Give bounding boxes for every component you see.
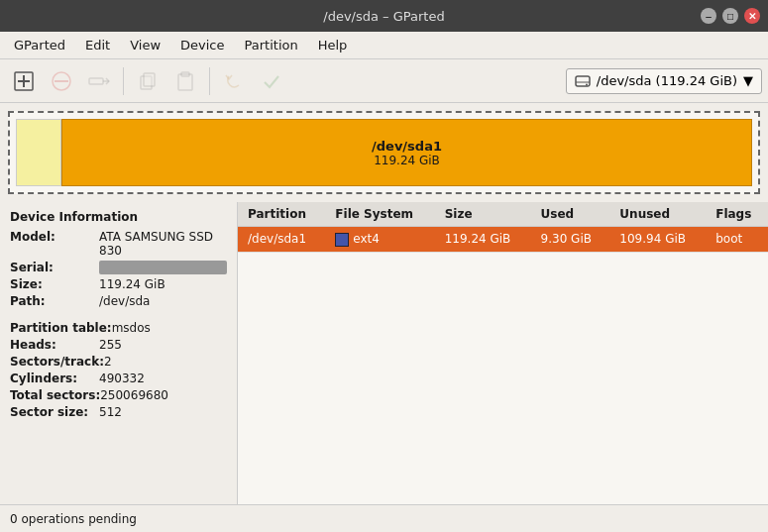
info-row: Serial:██████████████	[10, 261, 227, 274]
device-info-heading: Device Information	[10, 210, 227, 224]
unallocated-left	[16, 119, 61, 186]
device-info-rows: Model:ATA SAMSUNG SSD 830Serial:████████…	[10, 230, 227, 308]
resize-button[interactable]	[81, 63, 117, 99]
col-header-flags: Flags	[706, 202, 768, 227]
menu-item-device[interactable]: Device	[170, 34, 234, 56]
main-area: /dev/sda1 119.24 GiB Device Information …	[0, 103, 768, 504]
partition-visual-name: /dev/sda1	[372, 139, 442, 154]
disk-visual: /dev/sda1 119.24 GiB	[8, 111, 760, 194]
device-info-panel: Device Information Model:ATA SAMSUNG SSD…	[0, 202, 238, 504]
titlebar-controls: – □ ✕	[701, 8, 760, 24]
info-label: Total sectors:	[10, 388, 100, 402]
disk-visual-wrapper: /dev/sda1 119.24 GiB	[16, 119, 752, 186]
info-label: Model:	[10, 230, 99, 258]
info-row: Heads:255	[10, 338, 227, 352]
titlebar-title: /dev/sda – GParted	[67, 9, 701, 24]
col-header-used: Used	[531, 202, 610, 227]
table-row[interactable]: /dev/sda1ext4119.24 GiB9.30 GiB109.94 Gi…	[238, 227, 768, 253]
info-row: Cylinders:490332	[10, 372, 227, 385]
menu-item-help[interactable]: Help	[308, 34, 358, 56]
info-value: /dev/sda	[99, 294, 150, 308]
filesystem-icon	[335, 233, 349, 247]
used-cell: 9.30 GiB	[531, 227, 610, 253]
info-value: 2	[104, 355, 112, 369]
info-label: Serial:	[10, 261, 99, 274]
paste-icon	[174, 70, 196, 92]
apply-icon	[261, 70, 282, 92]
device-selector[interactable]: /dev/sda (119.24 GiB) ▼	[566, 68, 762, 94]
partition-table-area: PartitionFile SystemSizeUsedUnusedFlags …	[238, 202, 768, 504]
titlebar: /dev/sda – GParted – □ ✕	[0, 0, 768, 32]
info-label: Path:	[10, 294, 99, 308]
info-label: Heads:	[10, 338, 99, 352]
statusbar: 0 operations pending	[0, 504, 768, 532]
info-value: 119.24 GiB	[99, 277, 165, 291]
apply-button[interactable]	[254, 63, 289, 99]
content-area: Device Information Model:ATA SAMSUNG SSD…	[0, 202, 768, 504]
svg-point-13	[586, 83, 588, 85]
info-label: Size:	[10, 277, 99, 291]
info-value: 490332	[99, 372, 145, 385]
copy-button[interactable]	[130, 63, 165, 99]
info-row: Partition table:msdos	[10, 321, 227, 335]
menu-item-edit[interactable]: Edit	[75, 34, 120, 56]
partition-table-body: /dev/sda1ext4119.24 GiB9.30 GiB109.94 Gi…	[238, 227, 768, 253]
info-label: Partition table:	[10, 321, 112, 335]
flags-cell: boot	[706, 227, 768, 253]
col-header-size: Size	[435, 202, 531, 227]
info-value: 512	[99, 405, 122, 419]
toolbar: /dev/sda (119.24 GiB) ▼	[0, 59, 768, 103]
copy-icon	[137, 70, 159, 92]
info-spacer	[10, 311, 227, 321]
statusbar-text: 0 operations pending	[10, 512, 137, 526]
info-value: 250069680	[100, 388, 168, 402]
svg-rect-5	[89, 78, 103, 84]
hdd-icon	[575, 73, 591, 89]
partition-visual-size: 119.24 GiB	[374, 154, 440, 167]
col-header-unused: Unused	[609, 202, 706, 227]
info-row: Total sectors:250069680	[10, 388, 227, 402]
partition-visual[interactable]: /dev/sda1 119.24 GiB	[61, 119, 752, 186]
partition-cell: /dev/sda1	[238, 227, 325, 253]
svg-rect-8	[144, 73, 155, 86]
partition-table-header-row: PartitionFile SystemSizeUsedUnusedFlags	[238, 202, 768, 227]
info-row: Model:ATA SAMSUNG SSD 830	[10, 230, 227, 258]
info-value: ATA SAMSUNG SSD 830	[99, 230, 227, 258]
paste-button[interactable]	[167, 63, 203, 99]
undo-icon	[223, 70, 245, 92]
maximize-button[interactable]: □	[722, 8, 738, 24]
info-row: Sector size:512	[10, 405, 227, 419]
menu-item-gparted[interactable]: GParted	[4, 34, 75, 56]
device-selector-arrow: ▼	[743, 73, 753, 88]
partition-table: PartitionFile SystemSizeUsedUnusedFlags …	[238, 202, 768, 253]
size-cell: 119.24 GiB	[435, 227, 531, 253]
minimize-button[interactable]: –	[701, 8, 716, 24]
menu-item-partition[interactable]: Partition	[235, 34, 308, 56]
device-selector-label: /dev/sda (119.24 GiB)	[597, 73, 737, 88]
info-label: Cylinders:	[10, 372, 99, 385]
resize-icon	[88, 70, 110, 92]
info-label: Sector size:	[10, 405, 99, 419]
delete-partition-button[interactable]	[44, 63, 79, 99]
new-icon	[13, 70, 35, 92]
info-value: ██████████████	[99, 261, 227, 274]
info-row: Size:119.24 GiB	[10, 277, 227, 291]
device-info-rows2: Partition table:msdosHeads:255Sectors/tr…	[10, 321, 227, 419]
col-header-partition: Partition	[238, 202, 325, 227]
new-partition-button[interactable]	[6, 63, 42, 99]
info-label: Sectors/track:	[10, 355, 104, 369]
partition-table-head: PartitionFile SystemSizeUsedUnusedFlags	[238, 202, 768, 227]
toolbar-sep1	[123, 67, 124, 95]
info-row: Sectors/track:2	[10, 355, 227, 369]
col-header-file system: File System	[325, 202, 434, 227]
menu-item-view[interactable]: View	[120, 34, 170, 56]
info-value: msdos	[112, 321, 151, 335]
toolbar-sep2	[209, 67, 210, 95]
close-button[interactable]: ✕	[744, 8, 760, 24]
delete-icon	[51, 70, 72, 92]
filesystem-cell: ext4	[325, 227, 434, 253]
menubar: GPartedEditViewDevicePartitionHelp	[0, 32, 768, 59]
info-value: 255	[99, 338, 122, 352]
unused-cell: 109.94 GiB	[609, 227, 706, 253]
undo-button[interactable]	[216, 63, 252, 99]
